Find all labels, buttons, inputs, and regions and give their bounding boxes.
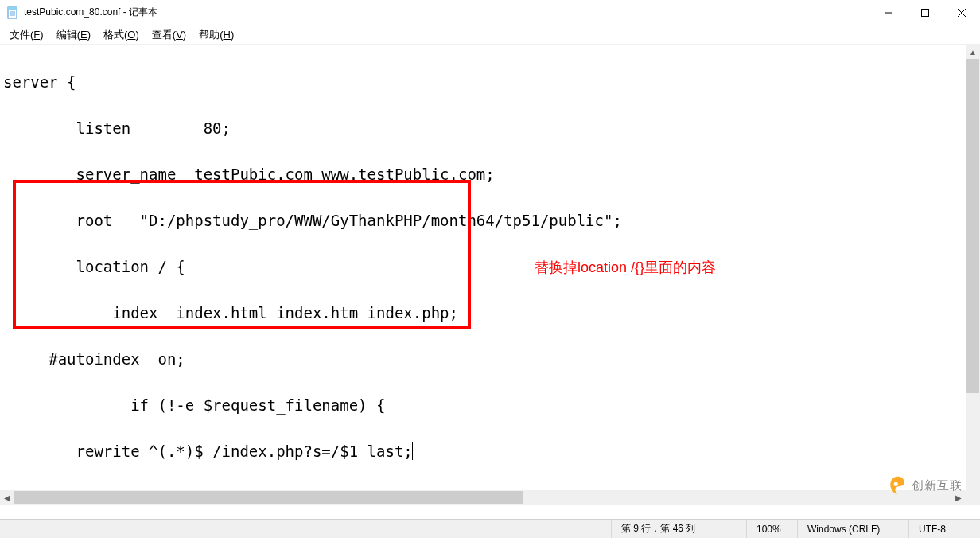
- svg-rect-6: [922, 9, 929, 16]
- horizontal-scrollbar[interactable]: ◀ ▶: [0, 490, 966, 505]
- vertical-scrollbar[interactable]: ▲ ▼: [966, 45, 980, 505]
- statusbar: 第 9 行，第 46 列 100% Windows (CRLF) UTF-8: [0, 519, 980, 538]
- code-line[interactable]: listen 80;: [3, 117, 962, 140]
- horizontal-scroll-track[interactable]: [14, 490, 951, 505]
- status-encoding: UTF-8: [908, 520, 980, 538]
- scroll-left-button[interactable]: ◀: [0, 490, 14, 505]
- menu-view[interactable]: 查看(V): [146, 26, 192, 44]
- scroll-corner: [966, 490, 980, 505]
- code-line[interactable]: root "D:/phpstudy_pro/WWW/GyThankPHP/mon…: [3, 209, 962, 232]
- close-icon: [958, 9, 966, 17]
- scroll-up-button[interactable]: ▲: [966, 45, 980, 59]
- code-line[interactable]: server {: [3, 71, 962, 94]
- menu-format[interactable]: 格式(O): [97, 26, 146, 44]
- code-line[interactable]: index index.html index.htm index.php;: [3, 302, 962, 325]
- window-controls: [870, 0, 980, 25]
- code-line[interactable]: location / {: [3, 255, 962, 279]
- menu-edit[interactable]: 编辑(E): [50, 26, 97, 44]
- editor-wrap: server { listen 80; server_name testPubi…: [0, 45, 980, 519]
- titlebar-left: testPubic.com_80.conf - 记事本: [0, 6, 158, 19]
- vertical-scroll-thumb[interactable]: [966, 59, 979, 393]
- vertical-scroll-track[interactable]: [966, 59, 980, 490]
- annotation-text: 替换掉location /{}里面的内容: [535, 258, 716, 277]
- code-line[interactable]: rewrite ^(.*)$ /index.php?s=/$1 last;: [3, 440, 962, 463]
- code-line[interactable]: if (!-e $request_filename) {: [3, 394, 962, 417]
- status-zoom: 100%: [746, 520, 797, 538]
- editor-area[interactable]: server { listen 80; server_name testPubi…: [0, 45, 966, 505]
- code-text: rewrite ^(.*)$ /index.php?s=/$1 last;: [3, 442, 413, 460]
- menu-help[interactable]: 帮助(H): [192, 26, 240, 44]
- horizontal-scroll-thumb[interactable]: [14, 491, 523, 504]
- close-button[interactable]: [943, 0, 980, 25]
- minimize-button[interactable]: [870, 0, 907, 25]
- minimize-icon: [885, 9, 892, 17]
- notepad-window: testPubic.com_80.conf - 记事本 文件(F) 编辑(E) …: [0, 0, 980, 538]
- titlebar: testPubic.com_80.conf - 记事本: [0, 0, 980, 25]
- menubar: 文件(F) 编辑(E) 格式(O) 查看(V) 帮助(H): [0, 25, 980, 45]
- maximize-button[interactable]: [907, 0, 943, 25]
- svg-rect-1: [8, 7, 17, 10]
- status-position: 第 9 行，第 46 列: [611, 520, 746, 538]
- window-title: testPubic.com_80.conf - 记事本: [24, 6, 158, 19]
- notepad-icon: [6, 6, 19, 19]
- maximize-icon: [921, 9, 929, 17]
- scroll-right-button[interactable]: ▶: [951, 490, 966, 505]
- code-line[interactable]: #autoindex on;: [3, 348, 962, 371]
- code-line[interactable]: server_name testPubic.com www.testPublic…: [3, 163, 962, 186]
- status-eol: Windows (CRLF): [797, 520, 908, 538]
- menu-file[interactable]: 文件(F): [3, 26, 50, 44]
- text-caret: [412, 442, 413, 460]
